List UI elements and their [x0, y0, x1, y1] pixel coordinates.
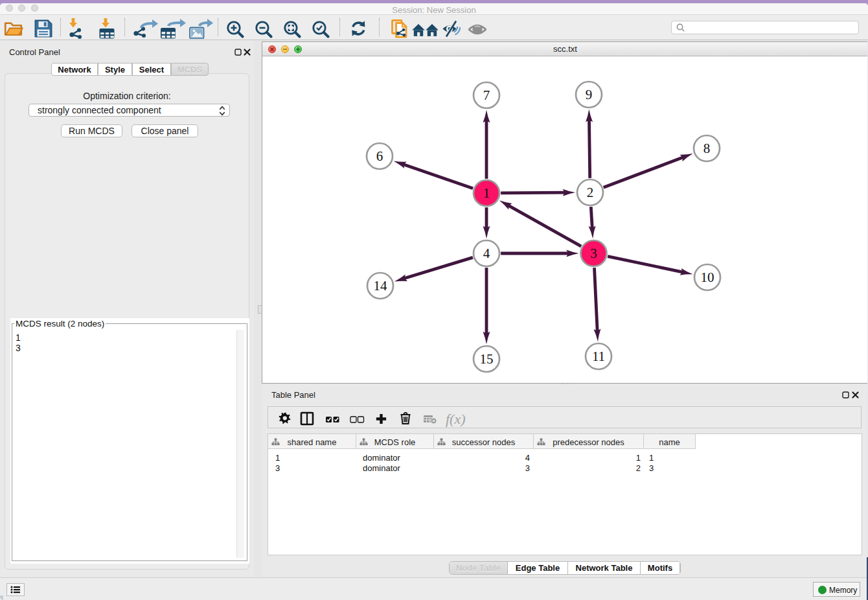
- svg-text:7: 7: [483, 87, 490, 103]
- svg-text:11: 11: [592, 349, 605, 364]
- svg-text:14: 14: [374, 278, 388, 294]
- svg-text:3: 3: [590, 246, 597, 261]
- svg-text:9: 9: [586, 87, 593, 102]
- svg-text:15: 15: [480, 351, 494, 367]
- svg-text:6: 6: [376, 148, 383, 164]
- svg-text:8: 8: [703, 141, 711, 156]
- svg-text:4: 4: [483, 246, 490, 261]
- svg-text:10: 10: [701, 270, 714, 285]
- svg-text:1: 1: [483, 185, 490, 201]
- svg-text:2: 2: [587, 185, 594, 200]
